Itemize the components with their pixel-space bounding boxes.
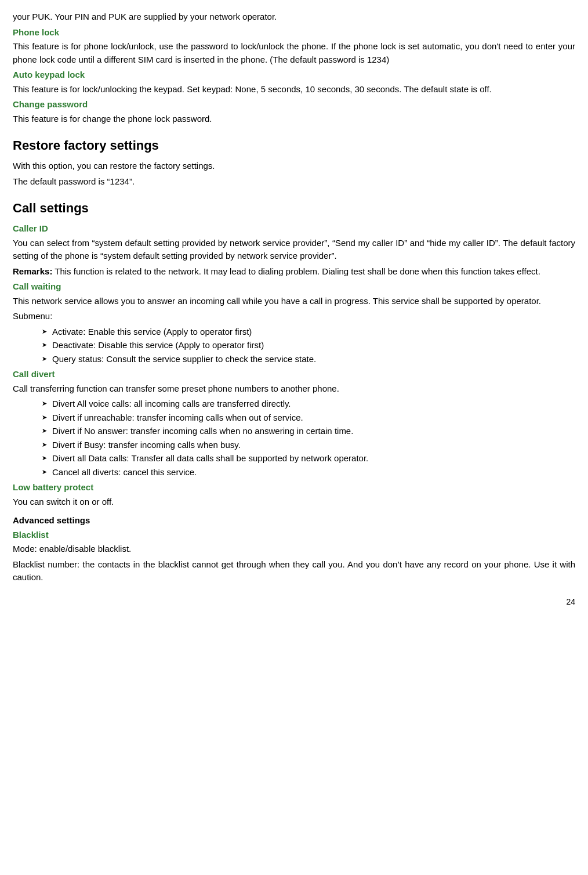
call-waiting-heading: Call waiting: [13, 280, 575, 294]
list-item: Divert all Data calls: Transfer all data…: [42, 452, 575, 465]
advanced-settings-heading: Advanced settings: [13, 514, 575, 527]
auto-keypad-lock-heading: Auto keypad lock: [13, 68, 575, 82]
low-battery-body: You can switch it on or off.: [13, 496, 575, 509]
blacklist-body2: Blacklist number: the contacts in the bl…: [13, 558, 575, 584]
list-item: Divert if Busy: transfer incoming calls …: [42, 439, 575, 452]
restore-factory-body1: With this option, you can restore the fa…: [13, 160, 575, 173]
call-divert-heading: Call divert: [13, 368, 575, 381]
page-number: 24: [13, 596, 575, 608]
list-item: Divert if unreachable: transfer incoming…: [42, 411, 575, 425]
list-item: Divert All voice calls: all incoming cal…: [42, 397, 575, 411]
change-password-body: This feature is for change the phone loc…: [13, 113, 575, 126]
list-item: Activate: Enable this service (Apply to …: [42, 326, 575, 339]
phone-lock-body: This feature is for phone lock/unlock, u…: [13, 40, 575, 66]
remarks-body: This function is related to the network.…: [52, 266, 540, 276]
list-item: Divert if No answer: transfer incoming c…: [42, 425, 575, 438]
call-divert-body: Call transferring function can transfer …: [13, 382, 575, 396]
call-waiting-body: This network service allows you to answe…: [13, 295, 575, 308]
restore-factory-heading: Restore factory settings: [13, 136, 575, 155]
list-item: Query status: Consult the service suppli…: [42, 353, 575, 366]
remarks-label: Remarks:: [13, 266, 52, 276]
caller-id-heading: Caller ID: [13, 222, 575, 236]
intro-text: your PUK. Your PIN and PUK are supplied …: [13, 10, 575, 24]
change-password-heading: Change password: [13, 98, 575, 111]
blacklist-body1: Mode: enable/disable blacklist.: [13, 543, 575, 556]
call-waiting-list: Activate: Enable this service (Apply to …: [42, 326, 575, 366]
call-settings-heading: Call settings: [13, 198, 575, 218]
call-divert-list: Divert All voice calls: all incoming cal…: [42, 397, 575, 479]
caller-id-remarks: Remarks: This function is related to the…: [13, 265, 575, 279]
auto-keypad-lock-body: This feature is for lock/unlocking the k…: [13, 83, 575, 96]
list-item: Cancel all diverts: cancel this service.: [42, 466, 575, 479]
caller-id-body: You can select from “system default sett…: [13, 237, 575, 263]
low-battery-heading: Low battery protect: [13, 481, 575, 494]
phone-lock-heading: Phone lock: [13, 26, 575, 39]
list-item: Deactivate: Disable this service (Apply …: [42, 339, 575, 352]
blacklist-heading: Blacklist: [13, 529, 575, 542]
restore-factory-body2: The default password is “1234”.: [13, 175, 575, 189]
call-waiting-submenu: Submenu:: [13, 310, 575, 323]
